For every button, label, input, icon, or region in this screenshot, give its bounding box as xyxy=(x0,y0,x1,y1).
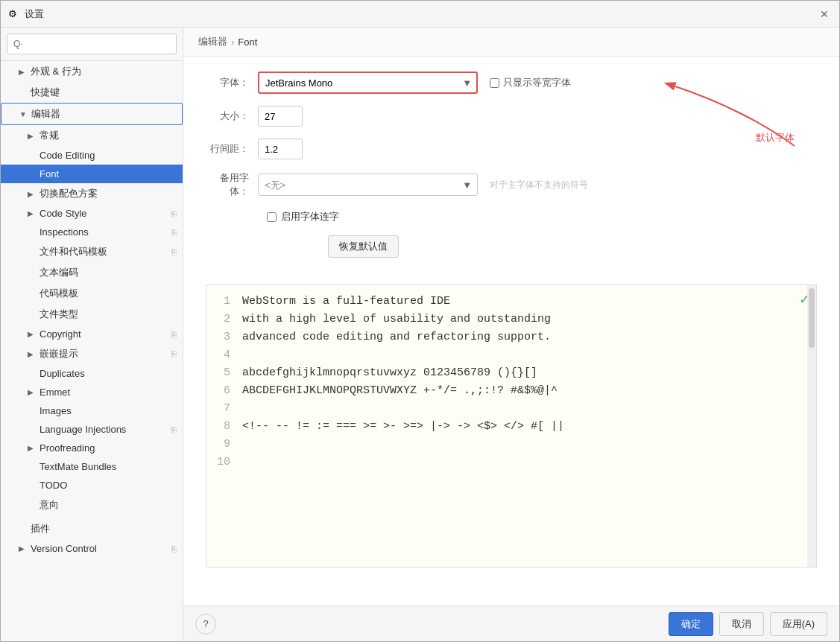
sidebar-item-code-editing[interactable]: Code Editing xyxy=(1,146,183,165)
breadcrumb: 编辑器 › Font xyxy=(183,28,839,57)
expand-icon: ▶ xyxy=(28,190,37,198)
sidebar-item-code-templates[interactable]: 代码模板 xyxy=(1,283,183,304)
line-num: 3 xyxy=(214,328,230,346)
copy-icon: ⎘ xyxy=(171,330,177,339)
sidebar-item-text-encoding[interactable]: 文本编码 xyxy=(1,262,183,283)
line-num: 2 xyxy=(214,311,230,328)
sidebar-item-version-control[interactable]: ▶ Version Control ⎘ xyxy=(1,539,183,558)
ligatures-checkbox[interactable] xyxy=(267,212,277,222)
size-input[interactable] xyxy=(258,106,303,127)
line-numbers: 1 2 3 4 5 6 7 8 9 10 xyxy=(206,285,236,567)
sidebar-item-color-scheme[interactable]: ▶ 切换配色方案 xyxy=(1,183,183,204)
line-num: 4 xyxy=(214,346,230,364)
restore-default-button[interactable]: 恢复默认值 xyxy=(328,235,399,258)
size-label: 大小： xyxy=(206,109,258,123)
expand-icon: ▶ xyxy=(28,350,37,358)
sidebar-item-intention[interactable]: 意向 xyxy=(1,495,183,515)
expand-icon: ▶ xyxy=(19,544,28,553)
preview-scrollbar[interactable] xyxy=(807,285,816,567)
only-mono-text: 只显示等宽字体 xyxy=(503,76,571,89)
line-spacing-row: 行间距： xyxy=(206,139,817,159)
sidebar-item-copyright[interactable]: ▶ Copyright ⎘ xyxy=(1,325,183,343)
sidebar-label: 常规 xyxy=(40,129,59,142)
sidebar-item-textmate[interactable]: TextMate Bundles xyxy=(1,457,183,476)
sidebar-item-font[interactable]: Font xyxy=(1,165,183,183)
expand-icon: ▼ xyxy=(19,110,28,118)
breadcrumb-parent: 编辑器 xyxy=(198,35,227,48)
sidebar-item-plugins[interactable]: 插件 xyxy=(1,518,183,539)
sidebar-item-file-code-templates[interactable]: 文件和代码模板 ⎘ xyxy=(1,241,183,262)
ligatures-label[interactable]: 启用字体连字 xyxy=(267,210,339,223)
sidebar-label: Proofreading xyxy=(40,442,95,454)
sidebar-label: 切换配色方案 xyxy=(40,187,98,200)
line-spacing-input[interactable] xyxy=(258,139,303,159)
sidebar-item-appearance[interactable]: ▶ 外观 & 行为 xyxy=(1,61,183,82)
copy-icon: ⎘ xyxy=(171,425,177,434)
ok-button[interactable]: 确定 xyxy=(669,612,713,636)
sidebar-item-inlay-hints[interactable]: ▶ 嵌嵌提示 ⎘ xyxy=(1,343,183,364)
sidebar-label: 编辑器 xyxy=(31,107,60,121)
sidebar-label: Font xyxy=(40,168,59,179)
sidebar-label: 文件和代码模板 xyxy=(40,245,107,258)
font-label: 字体： xyxy=(206,76,258,89)
help-button[interactable]: ? xyxy=(195,614,216,635)
expand-icon: ▶ xyxy=(28,330,37,338)
line-num: 6 xyxy=(214,382,230,400)
sidebar-item-proofreading[interactable]: ▶ Proofreading xyxy=(1,439,183,457)
line-spacing-label: 行间距： xyxy=(206,142,258,156)
code-preview: WebStorm is a full-featured IDE with a h… xyxy=(236,285,816,567)
preview-container: 1 2 3 4 5 6 7 8 9 10 WebStorm is a full-… xyxy=(206,285,817,568)
sidebar-item-general[interactable]: ▶ 常规 xyxy=(1,125,183,146)
line-num: 1 xyxy=(214,293,230,311)
sidebar-label: 外观 & 行为 xyxy=(31,65,81,78)
only-mono-label[interactable]: 只显示等宽字体 xyxy=(490,76,571,89)
close-button[interactable]: ✕ xyxy=(817,7,832,22)
sidebar-label: 意向 xyxy=(40,498,59,512)
search-input[interactable] xyxy=(7,34,177,54)
line-num: 9 xyxy=(214,436,230,454)
copy-icon: ⎘ xyxy=(171,349,177,358)
scrollbar-thumb[interactable] xyxy=(809,288,815,348)
fallback-font-row: 备用字体： <无> ▼ 对于主字体不支持的符号 xyxy=(206,171,817,198)
sidebar-item-editor[interactable]: ▼ 编辑器 xyxy=(1,103,183,125)
fallback-font-select[interactable]: <无> xyxy=(258,174,478,196)
expand-icon: ▶ xyxy=(28,209,37,217)
sidebar-label: Version Control xyxy=(31,543,97,554)
settings-dialog: ⚙ 设置 ✕ ▶ 外观 & 行为 快捷键 ▼ 编辑器 ▶ xyxy=(0,0,840,642)
only-mono-checkbox[interactable] xyxy=(490,78,499,88)
cancel-button[interactable]: 取消 xyxy=(719,612,764,636)
sidebar-label: Images xyxy=(40,405,72,416)
ligatures-text: 启用字体连字 xyxy=(281,210,339,223)
sidebar-label: 文本编码 xyxy=(40,266,78,279)
sidebar-item-todo[interactable]: TODO xyxy=(1,476,183,495)
sidebar-label: Code Editing xyxy=(40,150,95,161)
sidebar-item-inspections[interactable]: Inspections ⎘ xyxy=(1,223,183,241)
sidebar-item-emmet[interactable]: ▶ Emmet xyxy=(1,383,183,401)
line-num: 10 xyxy=(214,454,230,471)
sidebar-label: Duplicates xyxy=(40,368,85,379)
sidebar-label: 代码模板 xyxy=(40,287,78,300)
copy-icon: ⎘ xyxy=(171,247,177,256)
title-bar-left: ⚙ 设置 xyxy=(8,7,44,21)
sidebar-item-images[interactable]: Images xyxy=(1,401,183,420)
settings-content: 字体： JetBrains Mono ▼ 只显示等宽字体 xyxy=(183,57,839,606)
apply-button[interactable]: 应用(A) xyxy=(770,612,827,636)
sidebar: ▶ 外观 & 行为 快捷键 ▼ 编辑器 ▶ 常规 Code Editing F xyxy=(1,28,183,641)
sidebar-label: Emmet xyxy=(40,387,70,398)
sidebar-item-language-injections[interactable]: Language Injections ⎘ xyxy=(1,420,183,439)
expand-icon: ▶ xyxy=(28,388,37,396)
sidebar-label: Copyright xyxy=(40,328,81,340)
sidebar-label: 文件类型 xyxy=(40,308,78,321)
fallback-select-wrapper: <无> ▼ xyxy=(258,174,478,196)
preview-content: 1 2 3 4 5 6 7 8 9 10 WebStorm is a full-… xyxy=(206,285,816,567)
font-select-wrapper: JetBrains Mono ▼ xyxy=(258,71,478,94)
sidebar-item-duplicates[interactable]: Duplicates xyxy=(1,364,183,383)
sidebar-item-code-style[interactable]: ▶ Code Style ⎘ xyxy=(1,204,183,223)
font-select[interactable]: JetBrains Mono xyxy=(258,71,478,94)
size-row: 大小： xyxy=(206,106,817,127)
dialog-title: 设置 xyxy=(25,7,44,21)
app-icon: ⚙ xyxy=(8,8,20,20)
sidebar-label: Code Style xyxy=(40,208,87,219)
sidebar-item-keymap[interactable]: 快捷键 xyxy=(1,82,183,103)
sidebar-item-file-types[interactable]: 文件类型 xyxy=(1,304,183,325)
